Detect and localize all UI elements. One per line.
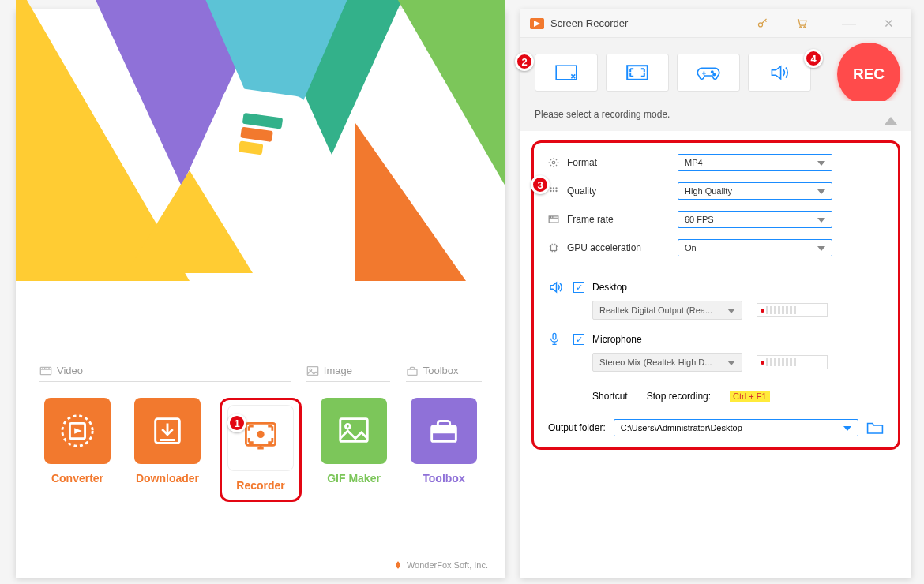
mode-audio[interactable] [748, 54, 811, 92]
gpu-select[interactable]: On [678, 239, 832, 256]
microphone-level-meter [757, 355, 828, 369]
tool-gifmaker[interactable]: GIF Maker [316, 398, 392, 502]
svg-rect-10 [408, 369, 417, 375]
banner-graphic [16, 0, 505, 281]
quality-select[interactable]: High Quality [678, 182, 832, 200]
main-app-window: HD Video Converter Factory Pro – ✕ Video [16, 9, 505, 578]
quality-label: Quality [567, 185, 678, 197]
tool-label: Recorder [223, 479, 298, 492]
svg-point-28 [550, 188, 551, 189]
recorder-titlebar: Screen Recorder — ✕ [520, 9, 911, 38]
desktop-audio-checkbox[interactable]: ✓ [573, 282, 584, 293]
svg-point-32 [553, 190, 554, 191]
svg-point-5 [436, 294, 438, 296]
gpu-icon [548, 242, 567, 253]
gpu-label: GPU acceleration [567, 242, 678, 253]
svg-point-4 [436, 291, 438, 293]
annotation-badge-4: 4 [804, 49, 823, 68]
annotation-badge-2: 2 [515, 52, 534, 71]
app-title: HD Video Converter Factory Pro [49, 289, 354, 301]
recorder-logo-icon [530, 18, 544, 29]
recorder-window: Screen Recorder — ✕ REC Please select a … [520, 9, 911, 578]
microphone-checkbox[interactable]: ✓ [573, 334, 584, 345]
tool-recorder[interactable]: Recorder [220, 398, 302, 502]
quality-icon [548, 185, 567, 197]
shortcut-key: Ctrl + F1 [730, 391, 769, 402]
prompt-text: Please select a recording mode. [535, 109, 670, 120]
desktop-level-meter [757, 303, 828, 317]
minimize-button[interactable]: – [461, 286, 470, 305]
format-select[interactable]: MP4 [678, 154, 832, 171]
section-label-toolbox: Toolbox [406, 365, 482, 382]
svg-point-6 [436, 298, 438, 299]
tool-label: Downloader [130, 472, 205, 485]
close-button[interactable]: ✕ [484, 288, 494, 303]
tool-downloader[interactable]: Downloader [130, 398, 205, 502]
desktop-audio-label: Desktop [592, 282, 627, 293]
svg-point-2 [389, 298, 390, 300]
framerate-icon [548, 214, 567, 225]
svg-point-31 [550, 190, 551, 191]
mode-toolbar: REC [520, 38, 911, 101]
cart-icon[interactable] [796, 17, 823, 29]
tool-converter[interactable]: Converter [39, 398, 115, 502]
desktop-device-select[interactable]: Realtek Digital Output (Rea... [592, 301, 742, 320]
svg-rect-24 [627, 66, 648, 80]
microphone-icon [548, 332, 565, 346]
mode-fullscreen[interactable] [606, 54, 669, 92]
browse-folder-icon[interactable] [866, 421, 884, 435]
menu-icon[interactable] [434, 289, 447, 301]
svg-point-29 [553, 188, 554, 189]
key-icon[interactable] [757, 17, 783, 29]
svg-point-26 [713, 73, 715, 75]
speaker-icon [548, 280, 565, 294]
section-label-video: Video [39, 365, 291, 382]
svg-point-20 [759, 23, 763, 27]
close-button[interactable]: ✕ [875, 17, 902, 31]
annotation-badge-1: 1 [227, 414, 246, 432]
svg-point-1 [385, 298, 386, 300]
mode-game[interactable] [677, 54, 740, 92]
microphone-label: Microphone [592, 334, 642, 345]
shortcut-label: Shortcut [592, 391, 628, 402]
key-icon[interactable] [354, 289, 366, 301]
tool-label: Toolbox [406, 472, 482, 485]
tool-label: Converter [39, 472, 115, 485]
svg-point-15 [257, 431, 264, 438]
svg-point-33 [556, 190, 557, 191]
output-folder-label: Output folder: [548, 422, 606, 433]
microphone-device-select[interactable]: Stereo Mix (Realtek High D... [592, 353, 742, 372]
svg-point-0 [356, 294, 360, 298]
svg-rect-19 [432, 426, 456, 432]
play-logo-graphic [212, 86, 310, 184]
stop-recording-label: Stop recording: [647, 391, 711, 402]
svg-point-17 [345, 424, 350, 429]
minimize-button[interactable]: — [836, 15, 862, 32]
mode-custom-region[interactable] [535, 54, 598, 92]
record-button[interactable]: REC [837, 43, 900, 106]
svg-rect-23 [556, 66, 577, 80]
main-titlebar: HD Video Converter Factory Pro – ✕ [16, 281, 505, 309]
section-label-image: Image [306, 365, 390, 382]
tool-toolbox[interactable]: Toolbox [406, 398, 482, 502]
svg-rect-36 [553, 333, 556, 339]
collapse-toggle-icon[interactable] [885, 117, 897, 125]
svg-point-22 [804, 27, 806, 28]
svg-point-27 [552, 161, 555, 164]
format-label: Format [567, 157, 678, 168]
footer-company: WonderFox Soft, Inc. [393, 560, 488, 570]
gear-icon[interactable] [408, 289, 420, 301]
settings-panel: Format MP4 Quality High Quality Frame ra… [531, 140, 900, 450]
svg-rect-35 [551, 245, 557, 251]
output-folder-select[interactable]: C:\Users\Administrator\Desktop [614, 419, 858, 436]
svg-point-25 [712, 71, 713, 73]
svg-point-21 [800, 27, 802, 28]
recorder-title: Screen Recorder [550, 17, 757, 29]
app-logo-icon [27, 287, 43, 303]
framerate-label: Frame rate [567, 214, 678, 225]
tool-label: GIF Maker [316, 472, 392, 485]
gear-icon [548, 157, 567, 168]
svg-rect-8 [307, 366, 317, 375]
cart-icon[interactable] [381, 289, 393, 301]
framerate-select[interactable]: 60 FPS [678, 211, 832, 228]
